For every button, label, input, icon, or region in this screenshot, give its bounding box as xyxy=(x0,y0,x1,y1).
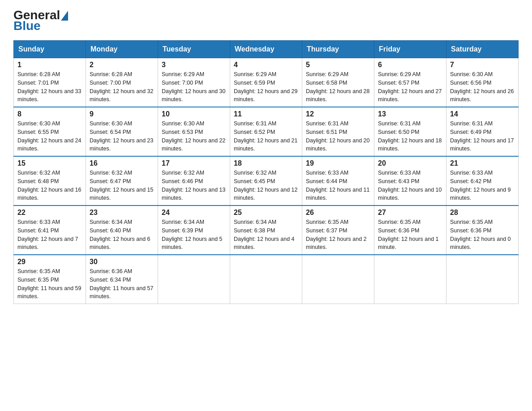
calendar-cell: 26Sunrise: 6:35 AMSunset: 6:37 PMDayligh… xyxy=(302,206,374,255)
day-number: 13 xyxy=(378,110,442,118)
day-number: 30 xyxy=(90,258,154,266)
calendar-cell: 5Sunrise: 6:29 AMSunset: 6:58 PMDaylight… xyxy=(302,58,374,107)
page-header: General Blue xyxy=(13,9,519,32)
calendar-cell xyxy=(446,255,519,304)
day-info: Sunrise: 6:30 AMSunset: 6:56 PMDaylight:… xyxy=(450,70,515,104)
calendar-header-wednesday: Wednesday xyxy=(230,41,302,58)
day-number: 3 xyxy=(162,61,226,69)
day-number: 17 xyxy=(162,159,226,167)
calendar-header-sunday: Sunday xyxy=(14,41,86,58)
calendar-cell xyxy=(230,255,302,304)
day-number: 28 xyxy=(450,209,515,217)
day-number: 1 xyxy=(17,61,82,69)
calendar-cell: 13Sunrise: 6:31 AMSunset: 6:50 PMDayligh… xyxy=(374,107,446,156)
calendar-cell: 7Sunrise: 6:30 AMSunset: 6:56 PMDaylight… xyxy=(446,58,519,107)
logo: General Blue xyxy=(13,9,68,32)
calendar-cell: 17Sunrise: 6:32 AMSunset: 6:46 PMDayligh… xyxy=(158,156,230,206)
day-info: Sunrise: 6:34 AMSunset: 6:38 PMDaylight:… xyxy=(234,218,298,252)
day-info: Sunrise: 6:31 AMSunset: 6:50 PMDaylight:… xyxy=(378,120,442,153)
calendar-cell: 20Sunrise: 6:33 AMSunset: 6:43 PMDayligh… xyxy=(374,156,446,206)
calendar-header-tuesday: Tuesday xyxy=(158,41,230,58)
day-info: Sunrise: 6:30 AMSunset: 6:55 PMDaylight:… xyxy=(17,120,82,153)
logo-blue-text: Blue xyxy=(13,20,41,32)
day-number: 7 xyxy=(450,61,515,69)
calendar-cell: 18Sunrise: 6:32 AMSunset: 6:45 PMDayligh… xyxy=(230,156,302,206)
calendar-cell: 23Sunrise: 6:34 AMSunset: 6:40 PMDayligh… xyxy=(86,206,158,255)
day-number: 25 xyxy=(234,209,298,217)
day-number: 14 xyxy=(450,110,515,118)
calendar-header-saturday: Saturday xyxy=(446,41,519,58)
day-number: 23 xyxy=(90,209,154,217)
day-info: Sunrise: 6:31 AMSunset: 6:51 PMDaylight:… xyxy=(306,120,370,153)
day-number: 24 xyxy=(162,209,226,217)
day-number: 15 xyxy=(17,159,82,167)
calendar-cell: 15Sunrise: 6:32 AMSunset: 6:48 PMDayligh… xyxy=(14,156,86,206)
day-number: 29 xyxy=(17,258,82,266)
calendar-cell: 19Sunrise: 6:33 AMSunset: 6:44 PMDayligh… xyxy=(302,156,374,206)
day-info: Sunrise: 6:33 AMSunset: 6:41 PMDaylight:… xyxy=(17,218,82,252)
calendar-cell: 6Sunrise: 6:29 AMSunset: 6:57 PMDaylight… xyxy=(374,58,446,107)
calendar-header-row: SundayMondayTuesdayWednesdayThursdayFrid… xyxy=(14,41,519,58)
day-info: Sunrise: 6:29 AMSunset: 7:00 PMDaylight:… xyxy=(162,70,226,104)
day-number: 2 xyxy=(90,61,154,69)
day-info: Sunrise: 6:28 AMSunset: 7:01 PMDaylight:… xyxy=(17,70,82,104)
day-number: 16 xyxy=(90,159,154,167)
day-info: Sunrise: 6:31 AMSunset: 6:49 PMDaylight:… xyxy=(450,120,515,153)
day-number: 4 xyxy=(234,61,298,69)
calendar-cell: 1Sunrise: 6:28 AMSunset: 7:01 PMDaylight… xyxy=(14,58,86,107)
day-info: Sunrise: 6:33 AMSunset: 6:43 PMDaylight:… xyxy=(378,169,442,202)
calendar-cell xyxy=(302,255,374,304)
day-info: Sunrise: 6:35 AMSunset: 6:36 PMDaylight:… xyxy=(450,218,515,252)
calendar-cell: 21Sunrise: 6:33 AMSunset: 6:42 PMDayligh… xyxy=(446,156,519,206)
day-info: Sunrise: 6:33 AMSunset: 6:42 PMDaylight:… xyxy=(450,169,515,202)
calendar-cell: 27Sunrise: 6:35 AMSunset: 6:36 PMDayligh… xyxy=(374,206,446,255)
calendar-cell: 29Sunrise: 6:35 AMSunset: 6:35 PMDayligh… xyxy=(14,255,86,304)
calendar-cell: 25Sunrise: 6:34 AMSunset: 6:38 PMDayligh… xyxy=(230,206,302,255)
day-info: Sunrise: 6:31 AMSunset: 6:52 PMDaylight:… xyxy=(234,120,298,153)
day-info: Sunrise: 6:32 AMSunset: 6:47 PMDaylight:… xyxy=(90,169,154,202)
day-number: 27 xyxy=(378,209,442,217)
calendar-week-5: 29Sunrise: 6:35 AMSunset: 6:35 PMDayligh… xyxy=(14,255,519,304)
day-info: Sunrise: 6:30 AMSunset: 6:54 PMDaylight:… xyxy=(90,120,154,153)
day-info: Sunrise: 6:28 AMSunset: 7:00 PMDaylight:… xyxy=(90,70,154,104)
day-info: Sunrise: 6:35 AMSunset: 6:36 PMDaylight:… xyxy=(378,218,442,252)
calendar-cell: 14Sunrise: 6:31 AMSunset: 6:49 PMDayligh… xyxy=(446,107,519,156)
day-number: 10 xyxy=(162,110,226,118)
calendar-cell: 16Sunrise: 6:32 AMSunset: 6:47 PMDayligh… xyxy=(86,156,158,206)
day-number: 11 xyxy=(234,110,298,118)
day-number: 9 xyxy=(90,110,154,118)
calendar-cell: 3Sunrise: 6:29 AMSunset: 7:00 PMDaylight… xyxy=(158,58,230,107)
day-info: Sunrise: 6:36 AMSunset: 6:34 PMDaylight:… xyxy=(90,267,154,301)
day-number: 19 xyxy=(306,159,370,167)
day-info: Sunrise: 6:33 AMSunset: 6:44 PMDaylight:… xyxy=(306,169,370,202)
calendar-cell xyxy=(374,255,446,304)
day-info: Sunrise: 6:32 AMSunset: 6:48 PMDaylight:… xyxy=(17,169,82,202)
day-number: 20 xyxy=(378,159,442,167)
day-info: Sunrise: 6:35 AMSunset: 6:35 PMDaylight:… xyxy=(17,267,82,301)
day-number: 8 xyxy=(17,110,82,118)
day-info: Sunrise: 6:30 AMSunset: 6:53 PMDaylight:… xyxy=(162,120,226,153)
calendar-week-2: 8Sunrise: 6:30 AMSunset: 6:55 PMDaylight… xyxy=(14,107,519,156)
day-info: Sunrise: 6:34 AMSunset: 6:40 PMDaylight:… xyxy=(90,218,154,252)
day-number: 18 xyxy=(234,159,298,167)
calendar-cell: 2Sunrise: 6:28 AMSunset: 7:00 PMDaylight… xyxy=(86,58,158,107)
day-info: Sunrise: 6:32 AMSunset: 6:46 PMDaylight:… xyxy=(162,169,226,202)
calendar-week-1: 1Sunrise: 6:28 AMSunset: 7:01 PMDaylight… xyxy=(14,58,519,107)
calendar-cell: 12Sunrise: 6:31 AMSunset: 6:51 PMDayligh… xyxy=(302,107,374,156)
calendar-header-friday: Friday xyxy=(374,41,446,58)
calendar-header-thursday: Thursday xyxy=(302,41,374,58)
calendar-table: SundayMondayTuesdayWednesdayThursdayFrid… xyxy=(13,40,519,304)
day-number: 26 xyxy=(306,209,370,217)
calendar-cell: 11Sunrise: 6:31 AMSunset: 6:52 PMDayligh… xyxy=(230,107,302,156)
calendar-week-3: 15Sunrise: 6:32 AMSunset: 6:48 PMDayligh… xyxy=(14,156,519,206)
calendar-cell: 22Sunrise: 6:33 AMSunset: 6:41 PMDayligh… xyxy=(14,206,86,255)
day-number: 21 xyxy=(450,159,515,167)
day-number: 12 xyxy=(306,110,370,118)
day-info: Sunrise: 6:29 AMSunset: 6:59 PMDaylight:… xyxy=(234,70,298,104)
day-info: Sunrise: 6:32 AMSunset: 6:45 PMDaylight:… xyxy=(234,169,298,202)
day-number: 22 xyxy=(17,209,82,217)
day-number: 6 xyxy=(378,61,442,69)
calendar-cell xyxy=(158,255,230,304)
calendar-cell: 9Sunrise: 6:30 AMSunset: 6:54 PMDaylight… xyxy=(86,107,158,156)
calendar-cell: 8Sunrise: 6:30 AMSunset: 6:55 PMDaylight… xyxy=(14,107,86,156)
